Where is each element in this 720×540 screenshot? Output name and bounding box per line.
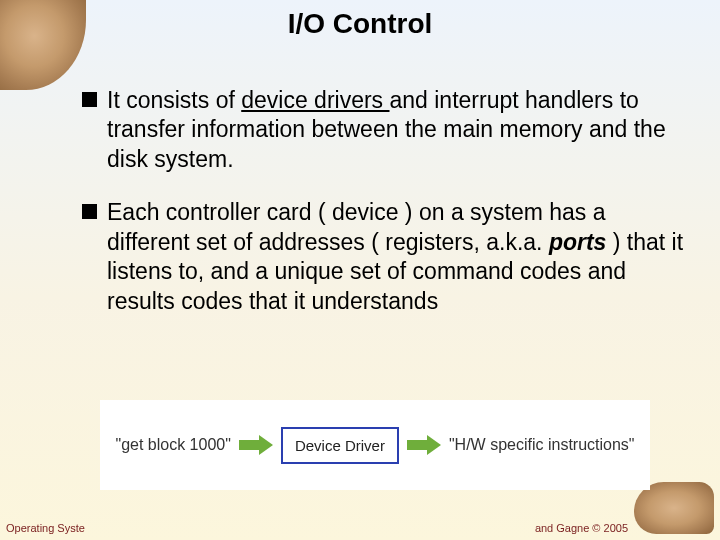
arrow-icon: [407, 436, 441, 454]
bullet-text: It consists of device drivers and interr…: [107, 86, 690, 174]
bullet-item: It consists of device drivers and interr…: [82, 86, 690, 174]
text-segment: Each controller card ( device ) on a sys…: [107, 199, 606, 254]
diagram-left-label: "get block 1000": [115, 436, 230, 454]
footer-left: Operating Syste: [6, 522, 85, 534]
arrow-icon: [239, 436, 273, 454]
underlined-text: device drivers: [241, 87, 389, 113]
bullet-item: Each controller card ( device ) on a sys…: [82, 198, 690, 316]
bullet-marker: [82, 204, 97, 219]
slide-title: I/O Control: [0, 8, 720, 40]
bold-italic-text: ports: [549, 229, 607, 255]
bullet-text: Each controller card ( device ) on a sys…: [107, 198, 690, 316]
slide: I/O Control It consists of device driver…: [0, 0, 720, 540]
diagram-right-label: "H/W specific instructions": [449, 436, 635, 454]
bullet-marker: [82, 92, 97, 107]
text-segment: It consists of: [107, 87, 241, 113]
diagram-center-box: Device Driver: [281, 427, 399, 464]
bullet-list: It consists of device drivers and interr…: [82, 86, 690, 340]
flow-diagram: "get block 1000" Device Driver "H/W spec…: [100, 400, 650, 490]
footer-right: and Gagne © 2005: [535, 522, 628, 534]
